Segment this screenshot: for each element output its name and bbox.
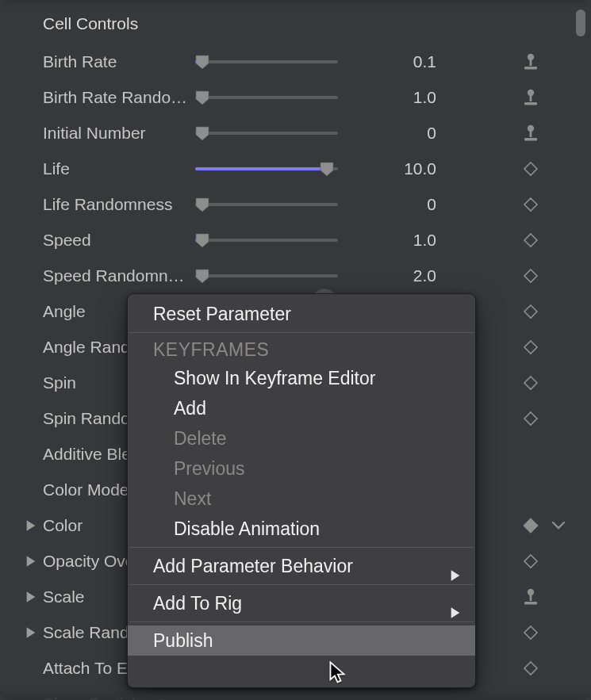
param-value[interactable]: 1.0 — [349, 88, 436, 107]
menu-next-keyframe: Next — [128, 484, 475, 514]
keyframe-diamond-icon[interactable] — [520, 622, 542, 644]
keyframe-joystick-icon[interactable] — [520, 586, 542, 608]
disclosure-triangle-icon[interactable] — [24, 590, 38, 604]
menu-publish[interactable]: Publish — [128, 625, 475, 656]
keyframe-diamond-icon[interactable] — [520, 193, 542, 216]
menu-previous-keyframe: Previous — [128, 453, 475, 484]
param-slider[interactable] — [195, 125, 338, 141]
keyframe-diamond-icon[interactable] — [520, 407, 542, 430]
context-menu: Reset Parameter KEYFRAMES Show In Keyfra… — [127, 293, 476, 688]
param-label: Life Randomness — [43, 195, 194, 214]
keyframe-joystick-icon[interactable] — [520, 51, 542, 73]
slider-thumb[interactable] — [194, 124, 211, 142]
param-row: Speed Randomn…2.0 — [0, 258, 591, 293]
svg-rect-4 — [530, 95, 532, 101]
keyframe-joystick-icon[interactable] — [520, 86, 542, 109]
slider-track — [195, 274, 338, 277]
param-row: Initial Number0 — [0, 115, 591, 151]
slider-thumb[interactable] — [194, 53, 211, 71]
svg-rect-11 — [524, 602, 537, 605]
svg-point-6 — [528, 124, 534, 131]
panel-fade-bottom — [0, 689, 591, 700]
param-row: Life Randomness0 — [0, 186, 591, 222]
keyframe-joystick-icon[interactable] — [520, 122, 542, 144]
menu-reset-parameter[interactable]: Reset Parameter — [128, 299, 475, 329]
menu-add-to-rig[interactable]: Add To Rig — [128, 588, 475, 618]
param-slider[interactable] — [195, 54, 338, 70]
param-row: Life10.0 — [0, 151, 591, 186]
keyframe-diamond-icon[interactable] — [520, 300, 542, 323]
slider-track — [195, 132, 338, 135]
menu-add-parameter-behavior[interactable]: Add Parameter Behavior — [128, 551, 475, 581]
svg-rect-2 — [524, 67, 537, 70]
param-label: Life — [43, 159, 194, 178]
keyframe-diamond-icon[interactable] — [520, 265, 542, 287]
param-value[interactable]: 10.0 — [349, 159, 436, 178]
svg-rect-8 — [524, 138, 537, 141]
section-title: Cell Controls — [43, 14, 138, 33]
slider-track — [195, 203, 338, 206]
disclosure-triangle-icon[interactable] — [24, 554, 38, 568]
slider-track — [195, 96, 338, 99]
param-label: Birth Rate Rando… — [43, 88, 194, 107]
menu-disable-animation[interactable]: Disable Animation — [128, 514, 475, 544]
submenu-arrow-icon — [450, 560, 461, 591]
slider-thumb[interactable] — [194, 89, 211, 106]
scrollbar-thumb[interactable] — [576, 10, 585, 36]
slider-fill — [195, 167, 327, 170]
menu-separator — [129, 332, 474, 333]
menu-show-in-keyframe-editor[interactable]: Show In Keyframe Editor — [128, 363, 475, 393]
keyframe-diamond-icon[interactable] — [520, 550, 542, 572]
menu-separator — [129, 584, 474, 585]
menu-delete-keyframe: Delete — [128, 423, 475, 453]
keyframe-diamond-icon[interactable] — [520, 336, 542, 358]
slider-thumb[interactable] — [194, 231, 211, 249]
slider-track — [195, 60, 338, 63]
menu-separator — [129, 622, 474, 622]
slider-thumb[interactable] — [194, 267, 211, 285]
keyframe-diamond-icon[interactable] — [520, 657, 542, 679]
param-row: Birth Rate0.1 — [0, 44, 591, 79]
slider-track — [195, 239, 338, 242]
keyframe-diamond-icon[interactable] — [520, 158, 542, 180]
param-row: Speed1.0 — [0, 222, 591, 258]
param-value[interactable]: 0.1 — [349, 52, 436, 71]
menu-add-parameter-behavior-label: Add Parameter Behavior — [153, 556, 353, 576]
param-value[interactable]: 1.0 — [349, 231, 436, 250]
chevron-down-icon[interactable] — [550, 517, 567, 534]
param-slider[interactable] — [195, 232, 338, 248]
param-slider[interactable] — [195, 90, 338, 105]
keyframe-diamond-icon[interactable] — [520, 372, 542, 394]
submenu-arrow-icon — [450, 598, 461, 628]
param-label: Initial Number — [43, 124, 194, 143]
svg-rect-7 — [530, 131, 532, 137]
svg-rect-10 — [530, 595, 532, 601]
menu-header-keyframes: KEYFRAMES — [128, 336, 475, 363]
svg-point-9 — [528, 588, 534, 595]
svg-rect-5 — [524, 102, 537, 105]
panel-fade-top — [0, 0, 591, 8]
param-slider[interactable] — [195, 197, 338, 212]
disclosure-triangle-icon[interactable] — [24, 518, 38, 533]
menu-add-to-rig-label: Add To Rig — [153, 593, 242, 614]
param-value[interactable]: 0 — [349, 195, 436, 214]
param-label: Birth Rate — [43, 52, 194, 71]
disclosure-triangle-icon[interactable] — [24, 625, 38, 640]
keyframe-diamond-icon[interactable] — [520, 514, 542, 537]
keyframe-diamond-icon[interactable] — [520, 229, 542, 251]
menu-add-keyframe[interactable]: Add — [128, 393, 475, 423]
slider-thumb[interactable] — [194, 196, 211, 213]
param-slider[interactable] — [195, 161, 338, 177]
param-row: Birth Rate Rando…1.0 — [0, 79, 591, 115]
param-label: Speed — [43, 231, 194, 250]
svg-point-0 — [528, 53, 534, 59]
param-slider[interactable] — [195, 268, 338, 284]
param-value[interactable]: 0 — [349, 124, 436, 143]
param-value[interactable]: 2.0 — [349, 266, 436, 285]
menu-separator — [129, 547, 474, 548]
slider-thumb[interactable] — [318, 160, 336, 178]
svg-point-3 — [528, 89, 534, 95]
svg-rect-1 — [530, 59, 532, 66]
param-label: Speed Randomn… — [43, 266, 194, 285]
